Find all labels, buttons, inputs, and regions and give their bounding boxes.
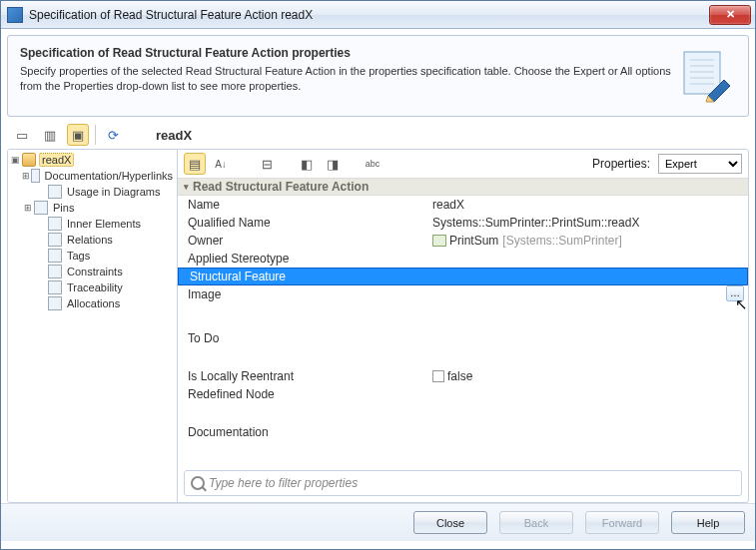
tree-view[interactable]: ▣readX ⊞Documentation/Hyperlinks Usage i… [8, 150, 178, 502]
toolbar-separator [95, 125, 96, 145]
prop-structural-feature[interactable]: ▶ Structural Feature [178, 268, 748, 285]
help-button[interactable]: Help [671, 511, 745, 534]
footer: Close Back Forward Help [1, 503, 755, 541]
toolbar-button-3[interactable]: ▣ [67, 124, 89, 146]
app-icon [7, 7, 23, 23]
window-title: Specification of Read Structural Feature… [29, 8, 709, 22]
tree-root[interactable]: ▣readX [8, 152, 177, 168]
forward-button[interactable]: Forward [585, 511, 659, 534]
spacer-row-2 [178, 347, 748, 367]
properties-mode-select[interactable]: Expert [658, 154, 742, 174]
checkbox-icon[interactable] [432, 370, 444, 382]
body-panel: ▣readX ⊞Documentation/Hyperlinks Usage i… [7, 149, 749, 503]
svg-rect-0 [684, 52, 720, 94]
prop-todo[interactable]: To Do [178, 329, 748, 347]
page-title: readX [156, 128, 192, 143]
grid-btn-expand[interactable]: ⊟ [256, 153, 278, 175]
owner-icon [432, 235, 446, 247]
prop-name[interactable]: Name readX [178, 196, 748, 214]
tree-root-label: readX [39, 153, 74, 167]
close-button[interactable]: Close [413, 511, 487, 534]
search-icon [191, 476, 205, 490]
titlebar: Specification of Read Structural Feature… [1, 1, 755, 29]
cursor-icon: ↖ [735, 295, 748, 313]
grid-btn-4[interactable]: ◧ [296, 153, 318, 175]
tree-item-usage[interactable]: Usage in Diagrams [8, 184, 177, 200]
spacer-row [178, 303, 748, 329]
tree-item-inner[interactable]: Inner Elements [8, 216, 177, 232]
filter-placeholder: Type here to filter properties [209, 476, 358, 490]
prop-locally-reentrant[interactable]: Is Locally Reentrant false [178, 367, 748, 385]
filter-bar[interactable]: Type here to filter properties [184, 470, 742, 496]
tree-item-tags[interactable]: Tags [8, 248, 177, 264]
grid-toolbar: ▤ A↓ ⊟ ◧ ◨ abc Properties: Expert [178, 150, 748, 178]
header-title: Specification of Read Structural Feature… [20, 46, 676, 60]
header-illustration [676, 46, 736, 106]
prop-redefined-node[interactable]: Redefined Node [178, 385, 748, 403]
tree-item-allocations[interactable]: Allocations [8, 295, 177, 311]
prop-image[interactable]: Image [178, 285, 748, 303]
header-panel: Specification of Read Structural Feature… [7, 35, 749, 117]
toolbar-button-2[interactable]: ▥ [39, 124, 61, 146]
tree-item-traceability[interactable]: Traceability [8, 279, 177, 295]
prop-qualified-name[interactable]: Qualified Name Systems::SumPrinter::Prin… [178, 214, 748, 232]
left-toolbar: ▭ ▥ ▣ ⟳ readX [1, 121, 755, 149]
grid-btn-sort[interactable]: A↓ [210, 153, 232, 175]
window-close-button[interactable]: ✕ [709, 5, 751, 25]
toolbar-button-1[interactable]: ▭ [11, 124, 33, 146]
refresh-button[interactable]: ⟳ [102, 124, 124, 146]
header-description: Specify properties of the selected Read … [20, 64, 676, 94]
spacer-row-3 [178, 403, 748, 423]
prop-documentation[interactable]: Documentation [178, 423, 748, 441]
grid-btn-categorized[interactable]: ▤ [184, 153, 206, 175]
prop-applied-stereotype[interactable]: Applied Stereotype [178, 250, 748, 268]
grid-btn-5[interactable]: ◨ [322, 153, 344, 175]
property-group-header[interactable]: ▾Read Structural Feature Action [178, 178, 748, 196]
prop-owner[interactable]: Owner PrintSum [Systems::SumPrinter] [178, 232, 748, 250]
properties-mode-label: Properties: [592, 157, 650, 171]
back-button[interactable]: Back [499, 511, 573, 534]
property-grid: Name readX Qualified Name Systems::SumPr… [178, 196, 748, 464]
tree-item-relations[interactable]: Relations [8, 232, 177, 248]
properties-pane: ▤ A↓ ⊟ ◧ ◨ abc Properties: Expert ▾Read … [178, 150, 748, 502]
grid-btn-6[interactable]: abc [362, 153, 383, 175]
tree-item-documentation[interactable]: ⊞Documentation/Hyperlinks [8, 168, 177, 184]
property-group-label: Read Structural Feature Action [193, 180, 369, 194]
tree-item-pins[interactable]: ⊞Pins [8, 200, 177, 216]
tree-item-constraints[interactable]: Constraints [8, 264, 177, 279]
